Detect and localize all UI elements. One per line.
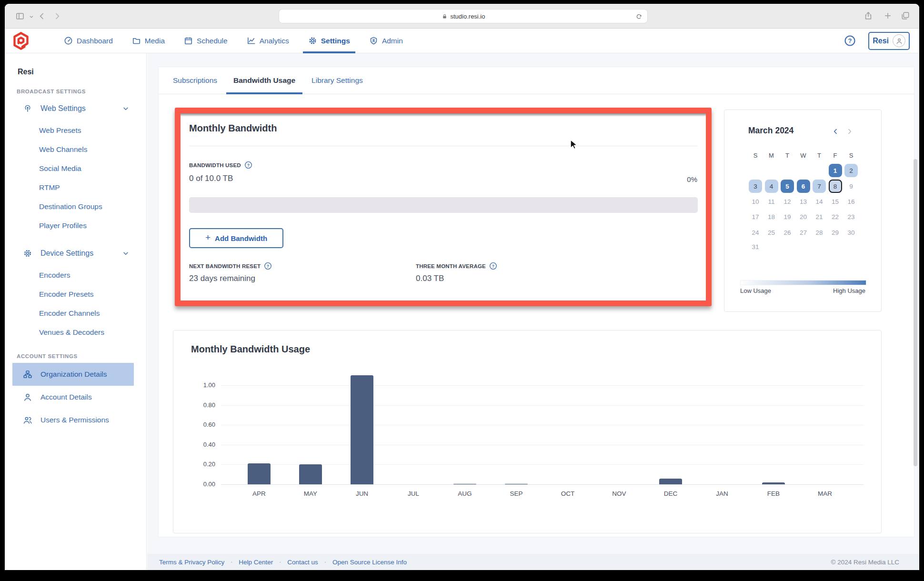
sidebar-item-encoder-presets[interactable]: Encoder Presets <box>5 285 146 304</box>
footer-separator: · <box>279 559 281 565</box>
refresh-icon[interactable] <box>635 13 643 20</box>
calendar-day-12[interactable]: 12 <box>781 195 794 208</box>
bandwidth-card-title: Monthly Bandwidth <box>189 123 277 134</box>
add-bandwidth-button[interactable]: + Add Bandwidth <box>189 228 283 248</box>
sidebar-item-encoder-channels[interactable]: Encoder Channels <box>5 304 146 323</box>
sidebar-item-player-profiles[interactable]: Player Profiles <box>5 216 146 235</box>
new-tab-icon[interactable] <box>883 11 893 20</box>
sidebar-item-rtmp[interactable]: RTMP <box>5 178 146 197</box>
calendar-day-31[interactable]: 31 <box>749 240 762 253</box>
share-icon[interactable] <box>864 11 873 20</box>
calendar-day-23[interactable]: 23 <box>844 210 858 223</box>
calendar-prev-icon[interactable] <box>830 126 841 137</box>
copyright-text: © 2024 Resi Media LLC <box>831 559 899 566</box>
calendar-day-14[interactable]: 14 <box>813 195 826 208</box>
calendar-day-7[interactable]: 7 <box>813 180 826 193</box>
chart-ytick-label: 0.00 <box>189 481 215 488</box>
nav-media[interactable]: Media <box>132 29 165 53</box>
chevron-down-icon[interactable] <box>122 105 130 112</box>
help-icon[interactable]: ? <box>844 35 856 47</box>
calendar-day-16[interactable]: 16 <box>844 195 858 208</box>
calendar-day-2[interactable]: 2 <box>844 164 858 177</box>
forward-icon[interactable] <box>52 11 62 21</box>
calendar-day-25[interactable]: 25 <box>765 226 778 239</box>
calendar-day-4[interactable]: 4 <box>765 180 778 193</box>
help-circle-icon[interactable]: ? <box>244 161 252 169</box>
calendar-day-3[interactable]: 3 <box>749 180 762 193</box>
calendar-day-19[interactable]: 19 <box>781 210 794 223</box>
tab-bandwidth-usage[interactable]: Bandwidth Usage <box>232 67 296 94</box>
browser-chrome: studio.resi.io <box>5 4 919 29</box>
sidebar: Resi BROADCAST SETTINGSWeb SettingsWeb P… <box>5 53 147 570</box>
sidebar-item-destination-groups[interactable]: Destination Groups <box>5 197 146 216</box>
help-circle-icon[interactable]: ? <box>489 262 497 270</box>
user-menu-button[interactable]: Resi <box>868 32 910 50</box>
sidebar-item-venues-decoders[interactable]: Venues & Decoders <box>5 323 146 342</box>
chart-bar-may[interactable] <box>299 464 322 484</box>
sidebar-group-device-settings[interactable]: Device Settings <box>5 243 146 264</box>
calendar-day-21[interactable]: 21 <box>813 210 826 223</box>
calendar-day-29[interactable]: 29 <box>829 226 842 239</box>
nav-admin[interactable]: Admin <box>369 29 403 53</box>
chart-bar-aug[interactable] <box>453 484 476 485</box>
sidebar-item-web-channels[interactable]: Web Channels <box>5 140 146 159</box>
calendar-day-11[interactable]: 11 <box>765 195 778 208</box>
tab-library-settings[interactable]: Library Settings <box>311 67 364 94</box>
scrollbar-thumb[interactable] <box>914 159 917 466</box>
chart-ytick-label: 0.40 <box>189 441 215 448</box>
calendar-day-13[interactable]: 13 <box>797 195 810 208</box>
url-bar[interactable]: studio.resi.io <box>279 9 648 23</box>
sidebar-item-users-permissions[interactable]: Users & Permissions <box>12 409 134 431</box>
calendar-day-6[interactable]: 6 <box>797 180 810 193</box>
resi-logo-icon[interactable] <box>11 31 30 50</box>
calendar-day-26[interactable]: 26 <box>781 226 794 239</box>
nav-label: Dashboard <box>77 37 113 45</box>
footer-separator: · <box>324 559 326 565</box>
calendar-day-24[interactable]: 24 <box>749 226 762 239</box>
footer-link-help-center[interactable]: Help Center <box>239 559 273 566</box>
calendar-day-22[interactable]: 22 <box>829 210 842 223</box>
chart-bar-sep[interactable] <box>505 484 528 485</box>
calendar-day-8[interactable]: 8 <box>829 180 842 193</box>
chevron-down-icon[interactable] <box>29 14 34 20</box>
main-nav: DashboardMediaScheduleAnalyticsSettingsA… <box>64 29 403 53</box>
sidebar-toggle-icon[interactable] <box>15 11 25 21</box>
calendar-day-17[interactable]: 17 <box>749 210 762 223</box>
tab-overview-icon[interactable] <box>901 11 910 20</box>
chart-bar-feb[interactable] <box>762 482 785 484</box>
chart-bar-jun[interactable] <box>351 375 373 484</box>
calendar-day-5[interactable]: 5 <box>781 180 794 193</box>
calendar-day-20[interactable]: 20 <box>797 210 810 223</box>
calendar-day-30[interactable]: 30 <box>844 226 858 239</box>
tab-subscriptions[interactable]: Subscriptions <box>172 67 218 94</box>
footer-link-terms-privacy-policy[interactable]: Terms & Privacy Policy <box>159 559 224 566</box>
calendar-day-28[interactable]: 28 <box>813 226 826 239</box>
footer-link-open-source-license-info[interactable]: Open Source License Info <box>332 559 407 566</box>
sidebar-item-encoders[interactable]: Encoders <box>5 266 146 285</box>
calendar-day-1[interactable]: 1 <box>829 164 842 177</box>
calendar-day-15[interactable]: 15 <box>829 195 842 208</box>
sidebar-item-account-details[interactable]: Account Details <box>12 386 134 409</box>
sidebar-item-social-media[interactable]: Social Media <box>5 159 146 178</box>
back-icon[interactable] <box>37 11 47 21</box>
org-icon <box>23 370 32 379</box>
calendar-day-27[interactable]: 27 <box>797 226 810 239</box>
nav-dashboard[interactable]: Dashboard <box>64 29 113 53</box>
chart-bar-apr[interactable] <box>248 463 271 484</box>
nav-schedule[interactable]: Schedule <box>184 29 228 53</box>
chevron-down-icon[interactable] <box>122 250 130 257</box>
calendar-next-icon[interactable] <box>844 126 855 137</box>
calendar-day-18[interactable]: 18 <box>765 210 778 223</box>
footer-link-contact-us[interactable]: Contact us <box>287 559 318 566</box>
help-circle-icon[interactable]: ? <box>264 262 272 270</box>
calendar-day-10[interactable]: 10 <box>749 195 762 208</box>
nav-settings[interactable]: Settings <box>308 29 350 53</box>
sidebar-item-organization-details[interactable]: Organization Details <box>12 363 134 386</box>
chart-bar-dec[interactable] <box>659 479 682 484</box>
sidebar-section-title: ACCOUNT SETTINGS <box>17 353 146 359</box>
sidebar-item-web-presets[interactable]: Web Presets <box>5 121 146 140</box>
calendar-day-9[interactable]: 9 <box>844 180 858 193</box>
sidebar-sections: BROADCAST SETTINGSWeb SettingsWeb Preset… <box>5 89 146 431</box>
sidebar-group-web-settings[interactable]: Web Settings <box>5 98 146 119</box>
nav-analytics[interactable]: Analytics <box>247 29 289 53</box>
